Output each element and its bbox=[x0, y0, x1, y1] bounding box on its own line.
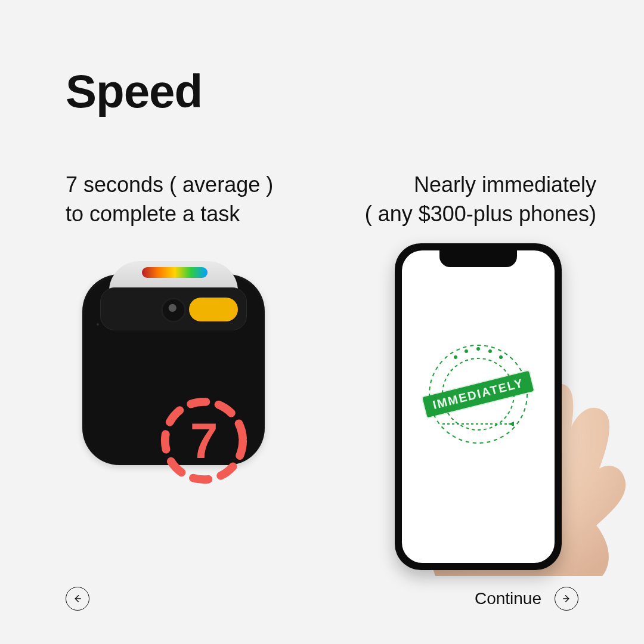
right-caption-line1: Nearly immediately bbox=[365, 171, 596, 200]
seconds-value: 7 bbox=[157, 394, 251, 488]
seconds-badge: 7 bbox=[157, 394, 251, 488]
arrow-left-icon bbox=[72, 593, 83, 604]
left-caption-line1: 7 seconds ( average ) bbox=[66, 171, 273, 200]
phone-in-hand-image: IMMEDIATELY bbox=[358, 243, 608, 565]
phone-notch bbox=[439, 250, 517, 267]
svg-point-6 bbox=[454, 355, 457, 359]
svg-point-4 bbox=[465, 349, 468, 353]
svg-point-7 bbox=[499, 355, 503, 359]
page-title: Speed bbox=[66, 64, 202, 119]
left-caption-line2: to complete a task bbox=[66, 200, 273, 229]
back-button[interactable] bbox=[66, 587, 89, 611]
svg-point-5 bbox=[488, 349, 492, 353]
left-caption: 7 seconds ( average ) to complete a task bbox=[66, 171, 273, 228]
camera-icon bbox=[161, 298, 186, 323]
right-caption: Nearly immediately ( any $300-plus phone… bbox=[365, 171, 596, 228]
continue-button[interactable] bbox=[555, 587, 578, 611]
arrow-right-icon bbox=[561, 593, 572, 604]
phone-frame: IMMEDIATELY bbox=[395, 243, 562, 570]
device-sensor-bar bbox=[100, 287, 247, 330]
continue-label: Continue bbox=[475, 589, 541, 608]
right-caption-line2: ( any $300-plus phones) bbox=[365, 200, 596, 229]
footer-nav: Continue bbox=[66, 587, 578, 611]
mic-dot-icon bbox=[97, 323, 99, 326]
phone-screen: IMMEDIATELY bbox=[402, 250, 555, 563]
immediately-stamp: IMMEDIATELY bbox=[419, 335, 538, 454]
svg-point-3 bbox=[476, 347, 480, 351]
device-top-light bbox=[142, 267, 208, 278]
device-button-pill bbox=[189, 298, 238, 321]
